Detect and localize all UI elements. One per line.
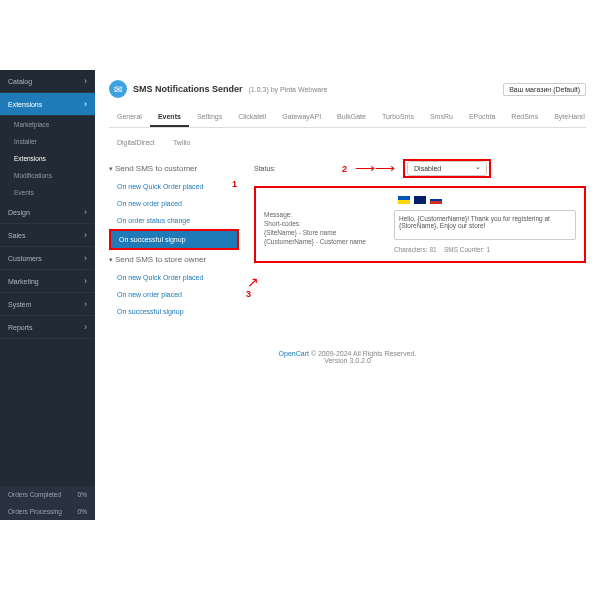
nav-design[interactable]: Design xyxy=(0,201,95,224)
tab-smsru[interactable]: SmsRu xyxy=(422,108,461,127)
nav-modifications[interactable]: Modifications xyxy=(0,167,95,184)
event-customer-status[interactable]: On order status change xyxy=(109,212,239,229)
nav-customers[interactable]: Customers xyxy=(0,247,95,270)
footer-version: Version 3.0.2.0 xyxy=(109,357,586,364)
event-owner-neworder[interactable]: On new order placed xyxy=(109,286,239,303)
event-customer-signup[interactable]: On successful signup xyxy=(109,229,239,250)
flag-en-icon[interactable] xyxy=(414,196,426,204)
footer-link[interactable]: OpenCart xyxy=(279,350,309,357)
nav-sub-extensions[interactable]: Extensions xyxy=(0,150,95,167)
event-customer-quickorder[interactable]: On new Quick Order placed xyxy=(109,178,239,195)
tab-bytehand[interactable]: ByteHand xyxy=(546,108,593,127)
status-select[interactable]: Disabled xyxy=(407,161,487,176)
nav-extensions[interactable]: Extensions xyxy=(0,93,95,116)
event-owner-quickorder[interactable]: On new Quick Order placed xyxy=(109,269,239,286)
page-title: SMS Notifications Sender xyxy=(133,84,243,94)
tab-twilio[interactable]: Twilio xyxy=(165,136,199,149)
tab-settings[interactable]: Settings xyxy=(189,108,230,127)
tabs: General Events Settings Clickatell Gatew… xyxy=(109,108,586,128)
annotation-3: 3 xyxy=(246,289,251,299)
tab-epochta[interactable]: EPochta xyxy=(461,108,503,127)
main-panel: ✉ SMS Notifications Sender (1.0.3) by Pi… xyxy=(95,70,600,520)
sidebar: Catalog Extensions Marketplace Installer… xyxy=(0,70,95,520)
event-owner-signup[interactable]: On successful signup xyxy=(109,303,239,320)
status-label: Status: xyxy=(254,165,334,172)
char-count: Characters: 81 xyxy=(394,246,437,253)
nav-events[interactable]: Events xyxy=(0,184,95,201)
arrow-right-icon: ⟶⟶ xyxy=(355,165,395,172)
nav-catalog[interactable]: Catalog xyxy=(0,70,95,93)
tab-digitaldirect[interactable]: DigitalDirect xyxy=(109,136,163,149)
section-customer[interactable]: Send SMS to customer xyxy=(109,159,239,178)
event-customer-neworder[interactable]: On new order placed xyxy=(109,195,239,212)
stat-processing: Orders Processing0% xyxy=(0,503,95,520)
message-label: Message: xyxy=(264,210,384,219)
nav-installer[interactable]: Installer xyxy=(0,133,95,150)
store-selector[interactable]: Ваш магазин (Default) xyxy=(503,83,586,96)
tab-turbosms[interactable]: TurboSms xyxy=(374,108,422,127)
app-logo-icon: ✉ xyxy=(109,80,127,98)
shortcodes-label: Short-codes: xyxy=(264,219,384,228)
annotation-2: 2 xyxy=(342,164,347,174)
message-input[interactable] xyxy=(394,210,576,240)
nav-system[interactable]: System xyxy=(0,293,95,316)
nav-sales[interactable]: Sales xyxy=(0,224,95,247)
nav-marketing[interactable]: Marketing xyxy=(0,270,95,293)
stat-completed: Orders Completed0% xyxy=(0,486,95,503)
annotation-1: 1 xyxy=(232,179,237,189)
flag-ua-icon[interactable] xyxy=(398,196,410,204)
footer-copy: © 2009-2024 All Rights Reserved. xyxy=(311,350,417,357)
shortcodes-list: {SiteName} - Store name {CustomerName} -… xyxy=(264,228,384,246)
section-owner[interactable]: Send SMS to store owner xyxy=(109,250,239,269)
tab-gatewayapi[interactable]: GatewayAPI xyxy=(274,108,329,127)
tab-redsms[interactable]: RedSms xyxy=(503,108,546,127)
tab-bulkgate[interactable]: BulkGate xyxy=(329,108,374,127)
tab-clickatell[interactable]: Clickatell xyxy=(230,108,274,127)
footer: OpenCart © 2009-2024 All Rights Reserved… xyxy=(109,350,586,364)
tab-general[interactable]: General xyxy=(109,108,150,127)
tab-inteltele[interactable]: IntelTele xyxy=(593,108,600,127)
message-box: Message: Short-codes: {SiteName} - Store… xyxy=(254,186,586,263)
flag-ru-icon[interactable] xyxy=(430,196,442,204)
nav-marketplace[interactable]: Marketplace xyxy=(0,116,95,133)
tab-events[interactable]: Events xyxy=(150,108,189,127)
page-subtitle: (1.0.3) by Pinta Webware xyxy=(249,86,328,93)
nav-reports[interactable]: Reports xyxy=(0,316,95,339)
sms-count: SMS Counter: 1 xyxy=(444,246,490,253)
